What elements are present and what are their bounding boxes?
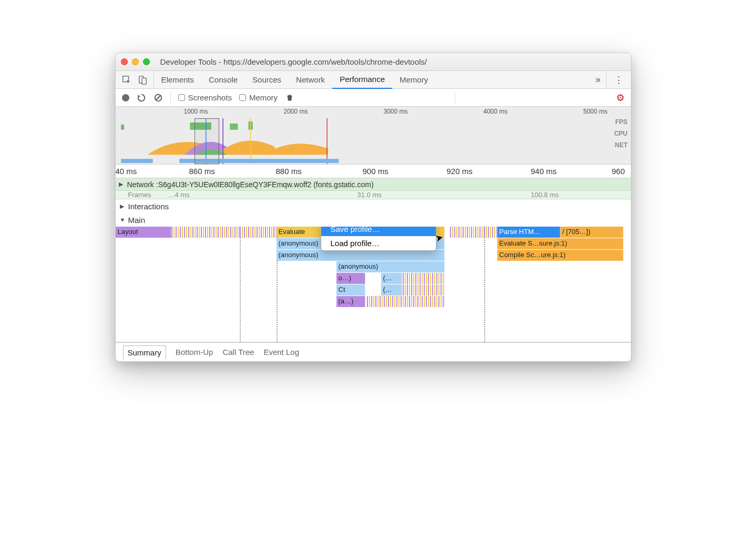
tab-sources[interactable]: Sources <box>245 71 289 88</box>
timeline-overview[interactable]: 1000 ms 2000 ms 3000 ms 4000 ms 5000 ms … <box>116 107 631 165</box>
svg-line-4 <box>156 95 160 100</box>
flame-bar[interactable]: (a…) <box>336 296 365 307</box>
devtools-window: Developer Tools - https://developers.goo… <box>115 53 631 362</box>
flame-ruler: 40 ms 860 ms 880 ms 900 ms 920 ms 940 ms… <box>116 165 631 178</box>
overview-selection-window[interactable] <box>195 118 219 164</box>
svg-rect-2 <box>142 78 146 84</box>
tab-console[interactable]: Console <box>201 71 245 88</box>
memory-checkbox[interactable] <box>239 94 246 101</box>
inspect-element-icon[interactable] <box>122 75 131 85</box>
flame-bar[interactable] <box>450 227 497 238</box>
bottom-tab-call-tree[interactable]: Call Tree <box>222 348 254 357</box>
bottom-tab-event-log[interactable]: Event Log <box>263 348 299 357</box>
flame-bar-compile-script[interactable]: Compile Sc…ure.js:1) <box>497 250 624 261</box>
interactions-track[interactable]: ▶ Interactions <box>116 199 631 213</box>
flame-bar-evaluate-script[interactable]: Evaluate S…sure.js:1) <box>497 238 624 249</box>
ctx-save-profile[interactable]: Save profile… <box>321 227 436 236</box>
flame-bar[interactable]: o…) <box>336 273 365 284</box>
devtools-menu-icon[interactable]: ⋮ <box>606 71 631 88</box>
network-resource[interactable]: :S6g4U3t-Y5UEw0lE80llgEseQY3FEmqw.woff2 … <box>156 180 374 189</box>
garbage-collect-icon[interactable] <box>285 93 294 103</box>
tab-elements[interactable]: Elements <box>154 71 202 88</box>
minimize-window-button[interactable] <box>132 58 139 65</box>
clear-button[interactable] <box>154 93 163 103</box>
reload-record-button[interactable] <box>137 93 146 103</box>
tab-network[interactable]: Network <box>289 71 332 88</box>
collapse-icon[interactable]: ▼ <box>120 217 126 223</box>
flame-bar-layout[interactable]: Layout <box>116 227 171 238</box>
flame-bar[interactable] <box>367 296 445 307</box>
tab-memory[interactable]: Memory <box>392 71 435 88</box>
main-track-header[interactable]: ▼ Main <box>116 213 631 227</box>
bottom-tabs: Summary Bottom-Up Call Tree Event Log <box>116 342 631 361</box>
flame-bar[interactable] <box>240 227 277 238</box>
device-toggle-icon[interactable] <box>138 75 147 85</box>
window-title: Developer Tools - https://developers.goo… <box>155 57 626 66</box>
flame-bar[interactable]: (… <box>381 273 402 284</box>
record-button[interactable] <box>122 94 129 101</box>
performance-toolbar: Screenshots Memory ⚙ <box>116 89 631 107</box>
panel-tabs: Elements Console Sources Network Perform… <box>116 71 631 89</box>
bottom-tab-summary[interactable]: Summary <box>123 345 166 360</box>
svg-rect-10 <box>230 124 238 130</box>
title-bar: Developer Tools - https://developers.goo… <box>116 53 631 71</box>
flame-bar-parse-html[interactable]: Parse HTM… <box>497 227 560 238</box>
ov-tick: 3000 ms <box>384 108 408 115</box>
screenshots-toggle[interactable]: Screenshots <box>178 93 232 102</box>
screenshots-checkbox[interactable] <box>178 94 185 101</box>
traffic-lights <box>121 58 150 65</box>
svg-rect-5 <box>289 95 291 96</box>
close-window-button[interactable] <box>121 58 128 65</box>
zoom-window-button[interactable] <box>143 58 150 65</box>
flame-chart[interactable]: Layout Evaluate Parse HTM… / [705…]) (an… <box>116 227 631 342</box>
overview-ruler: 1000 ms 2000 ms 3000 ms 4000 ms 5000 ms <box>116 107 631 118</box>
ov-tick: 1000 ms <box>184 108 208 115</box>
svg-rect-8 <box>121 125 124 130</box>
flame-bar[interactable]: Ct <box>336 284 365 296</box>
flame-bar[interactable]: (… <box>381 284 402 296</box>
flame-bar-anonymous[interactable]: (anonymous) <box>277 250 445 261</box>
overview-chart <box>116 118 631 164</box>
ov-tick: 2000 ms <box>284 108 308 115</box>
tabs-overflow-icon[interactable]: » <box>590 74 606 85</box>
ctx-load-profile[interactable]: Load profile… <box>321 236 436 250</box>
flame-bar[interactable] <box>171 227 240 238</box>
ov-tick: 4000 ms <box>484 108 508 115</box>
flame-bar[interactable] <box>403 273 445 284</box>
tab-performance[interactable]: Performance <box>332 71 392 89</box>
svg-rect-16 <box>121 159 153 163</box>
context-menu: Save profile… Load profile… <box>321 227 436 251</box>
network-track[interactable]: ▶ Network :S6g4U3t-Y5UEw0lE80llgEseQY3FE… <box>116 178 631 191</box>
expand-icon[interactable]: ▶ <box>119 181 125 188</box>
memory-toggle[interactable]: Memory <box>239 93 278 102</box>
settings-gear-icon[interactable]: ⚙ <box>616 92 625 104</box>
ov-tick: 5000 ms <box>584 108 608 115</box>
frames-track[interactable]: Frames …4 ms 31.0 ms 100.8 ms <box>116 191 631 199</box>
svg-rect-6 <box>287 96 292 97</box>
expand-icon[interactable]: ▶ <box>120 203 126 210</box>
bottom-tab-bottom-up[interactable]: Bottom-Up <box>176 348 213 357</box>
flame-bar-anonymous[interactable]: (anonymous) <box>336 261 445 272</box>
flame-bar[interactable] <box>403 284 445 296</box>
flame-bar[interactable]: / [705…]) <box>560 227 624 238</box>
